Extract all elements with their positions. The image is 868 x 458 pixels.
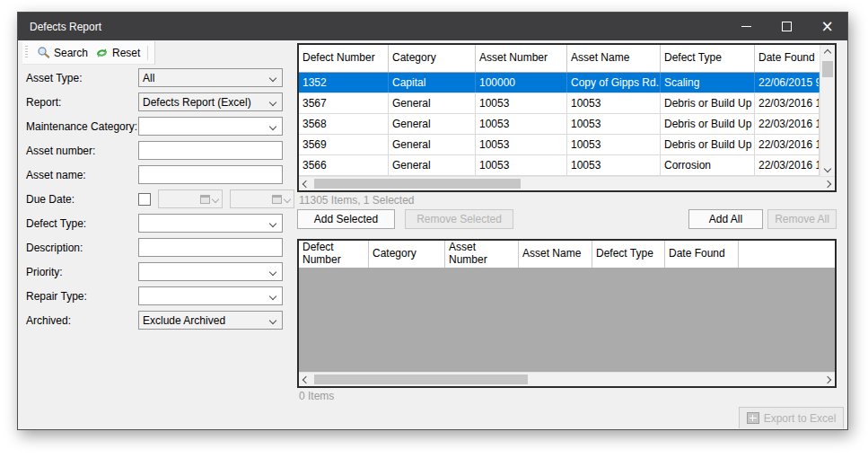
export-to-excel-button[interactable]: Export to Excel xyxy=(739,407,844,428)
combo-defect-type[interactable] xyxy=(138,214,283,233)
input-asset-number[interactable] xyxy=(138,141,283,160)
selected-items-status: 0 Items xyxy=(299,390,334,402)
scroll-up-arrow[interactable] xyxy=(820,46,835,59)
table-cell: Debris or Build Up xyxy=(661,114,755,134)
chevron-down-icon xyxy=(269,75,276,82)
column-header-asset-name[interactable]: Asset Name xyxy=(519,241,592,268)
table-cell: Capital xyxy=(389,73,476,92)
reset-icon xyxy=(95,47,109,59)
table-cell: 22/03/2016 10:2 xyxy=(755,155,820,175)
input-description[interactable] xyxy=(138,238,283,257)
column-header-defect-number[interactable]: Defect Number xyxy=(299,45,389,72)
scroll-right-arrow[interactable] xyxy=(820,177,835,190)
column-header-defect-number[interactable]: Defect Number xyxy=(299,241,369,268)
due-date-checkbox[interactable] xyxy=(138,193,151,206)
table-cell: Debris or Build Up xyxy=(661,93,755,113)
vertical-scrollbar-thumb[interactable] xyxy=(822,61,833,77)
filter-form: Asset Type:AllReport:Defects Report (Exc… xyxy=(26,66,295,332)
table-row[interactable]: 3569General1005310053Debris or Build Up2… xyxy=(299,135,820,155)
table-row[interactable]: 3567General1005310053Debris or Build Up2… xyxy=(299,93,820,114)
column-header-asset-number[interactable]: Asset Number xyxy=(445,241,519,268)
horizontal-scrollbar[interactable] xyxy=(299,372,835,386)
search-button[interactable]: Search xyxy=(33,44,92,61)
table-cell: 100000 xyxy=(476,73,567,92)
toolbar-grip[interactable] xyxy=(25,46,28,59)
scroll-left-arrow[interactable] xyxy=(299,373,313,386)
chevron-down-icon xyxy=(269,220,276,227)
table-cell: Scaling xyxy=(661,73,755,92)
table-row[interactable]: 3568General1005310053Debris or Build Up2… xyxy=(299,114,820,135)
field-label: Description: xyxy=(26,242,138,254)
combo-asset-type[interactable]: All xyxy=(138,68,283,87)
add-selected-button[interactable]: Add Selected xyxy=(297,209,395,229)
due-date-from-picker[interactable] xyxy=(158,189,223,208)
minimize-icon xyxy=(741,26,751,27)
table-cell: 3568 xyxy=(299,114,389,134)
calendar-icon xyxy=(272,195,282,204)
excel-icon xyxy=(747,412,759,424)
titlebar: Defects Report × xyxy=(18,13,847,40)
grid-body-empty xyxy=(299,269,835,372)
table-row[interactable]: 3566General1005310053Corrosion22/03/2016… xyxy=(299,155,820,176)
field-label: Archived: xyxy=(26,314,138,327)
form-row-due-date: Due Date: xyxy=(26,187,295,211)
field-label: Asset number: xyxy=(26,145,138,157)
export-label: Export to Excel xyxy=(764,412,837,425)
remove-all-button[interactable]: Remove All xyxy=(767,209,837,229)
toolbar: Search Reset xyxy=(22,41,155,65)
horizontal-scrollbar-thumb[interactable] xyxy=(314,179,521,189)
scroll-down-arrow[interactable] xyxy=(820,162,835,175)
add-all-button[interactable]: Add All xyxy=(688,209,763,229)
field-label: Asset name: xyxy=(26,169,138,181)
combo-report[interactable]: Defects Report (Excel) xyxy=(138,92,283,111)
column-header-asset-number[interactable]: Asset Number xyxy=(476,45,567,72)
horizontal-scrollbar[interactable] xyxy=(299,176,835,190)
available-items-status: 11305 Items, 1 Selected xyxy=(299,194,415,207)
table-cell: General xyxy=(389,114,476,134)
calendar-icon xyxy=(200,195,210,204)
form-row-asset-number: Asset number: xyxy=(26,138,295,163)
table-cell: General xyxy=(389,135,476,154)
minimize-button[interactable] xyxy=(726,13,767,40)
column-header-defect-type[interactable]: Defect Type xyxy=(592,241,665,268)
table-cell: Debris or Build Up xyxy=(661,135,755,154)
selected-defects-grid: Defect NumberCategoryAsset NumberAsset N… xyxy=(297,239,837,388)
scroll-right-arrow[interactable] xyxy=(820,373,835,386)
field-label: Defect Type: xyxy=(26,217,138,230)
close-button[interactable]: × xyxy=(807,13,847,40)
column-header-asset-name[interactable]: Asset Name xyxy=(567,45,661,72)
horizontal-scrollbar-thumb[interactable] xyxy=(314,374,528,384)
table-row[interactable]: 1352Capital100000Copy of Gipps Rd...Scal… xyxy=(299,73,820,93)
reset-label: Reset xyxy=(112,47,140,59)
due-date-to-picker[interactable] xyxy=(230,189,294,208)
remove-selected-button[interactable]: Remove Selected xyxy=(405,209,513,229)
combo-value: Defects Report (Excel) xyxy=(143,96,251,109)
combo-value: Exclude Archived xyxy=(143,314,225,327)
vertical-scrollbar[interactable] xyxy=(820,45,835,176)
input-asset-name[interactable] xyxy=(138,165,283,184)
grid-header-row: Defect NumberCategoryAsset NumberAsset N… xyxy=(299,241,835,269)
available-defects-grid: Defect NumberCategoryAsset NumberAsset N… xyxy=(297,43,837,192)
table-cell: 10053 xyxy=(476,93,567,113)
form-row-priority: Priority: xyxy=(26,260,295,284)
field-label: Repair Type: xyxy=(26,290,138,303)
combo-value: All xyxy=(143,72,154,84)
combo-priority[interactable] xyxy=(138,262,283,281)
chevron-down-icon xyxy=(269,317,276,324)
close-icon: × xyxy=(820,19,833,34)
combo-maintenance-category[interactable] xyxy=(138,117,283,136)
maximize-button[interactable] xyxy=(767,13,807,40)
table-cell: 22/03/2016 10:3 xyxy=(755,93,820,113)
combo-archived[interactable]: Exclude Archived xyxy=(138,311,283,330)
column-header-date-found[interactable]: Date Found xyxy=(665,241,739,268)
column-header-category[interactable]: Category xyxy=(389,45,476,72)
form-row-archived: Archived:Exclude Archived xyxy=(26,308,295,332)
column-header-category[interactable]: Category xyxy=(369,241,445,268)
column-header-defect-type[interactable]: Defect Type xyxy=(661,45,755,72)
scroll-left-arrow[interactable] xyxy=(299,177,313,190)
reset-button[interactable]: Reset xyxy=(92,45,144,61)
combo-repair-type[interactable] xyxy=(138,286,283,305)
form-row-description: Description: xyxy=(26,235,295,260)
table-cell: 10053 xyxy=(567,114,661,134)
grid-header-row: Defect NumberCategoryAsset NumberAsset N… xyxy=(299,45,835,73)
